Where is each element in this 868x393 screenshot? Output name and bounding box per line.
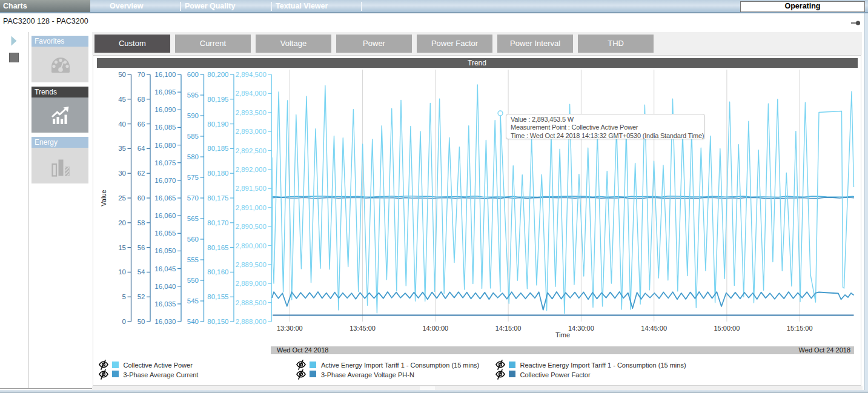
svg-text:14:15:00: 14:15:00 <box>495 325 522 332</box>
svg-text:2,888,500: 2,888,500 <box>236 299 267 306</box>
svg-text:54: 54 <box>137 268 145 276</box>
svg-text:2,894,500: 2,894,500 <box>236 71 267 78</box>
svg-text:580: 580 <box>187 153 199 160</box>
svg-text:80,165: 80,165 <box>207 244 228 251</box>
svg-text:16,050: 16,050 <box>154 247 176 254</box>
svg-text:10: 10 <box>118 268 126 276</box>
svg-text:13:45:00: 13:45:00 <box>350 325 376 332</box>
svg-text:80,155: 80,155 <box>207 293 228 300</box>
svg-text:13:30:00: 13:30:00 <box>277 325 303 332</box>
svg-text:560: 560 <box>187 236 199 243</box>
svg-text:45: 45 <box>118 96 126 103</box>
svg-text:2,893,500: 2,893,500 <box>236 109 267 116</box>
svg-text:58: 58 <box>137 219 145 226</box>
svg-text:60: 60 <box>137 194 145 202</box>
svg-text:80,150: 80,150 <box>207 318 228 325</box>
svg-text:80,175: 80,175 <box>207 194 228 202</box>
svg-text:52: 52 <box>137 293 145 300</box>
svg-text:80,160: 80,160 <box>207 268 228 276</box>
svg-text:40: 40 <box>118 121 126 128</box>
svg-text:16,045: 16,045 <box>154 265 176 272</box>
svg-text:540: 540 <box>187 318 199 325</box>
svg-text:66: 66 <box>137 121 145 128</box>
svg-text:16,030: 16,030 <box>154 318 176 325</box>
svg-text:35: 35 <box>118 145 126 152</box>
svg-text:16,065: 16,065 <box>154 194 176 202</box>
svg-text:2,891,500: 2,891,500 <box>236 185 267 192</box>
svg-text:595: 595 <box>187 91 199 99</box>
svg-text:2,889,500: 2,889,500 <box>236 261 267 268</box>
svg-text:2,893,000: 2,893,000 <box>236 128 267 135</box>
svg-text:2,888,000: 2,888,000 <box>236 318 267 325</box>
svg-text:2,892,500: 2,892,500 <box>236 147 267 154</box>
svg-text:14:00:00: 14:00:00 <box>422 325 448 332</box>
svg-text:Value: Value <box>100 190 107 206</box>
svg-text:80,190: 80,190 <box>207 121 228 128</box>
svg-text:16,055: 16,055 <box>154 230 176 237</box>
svg-text:80,170: 80,170 <box>207 219 228 226</box>
svg-text:16,070: 16,070 <box>154 177 176 184</box>
svg-text:Time: Time <box>555 331 570 339</box>
svg-text:0: 0 <box>122 318 126 325</box>
svg-text:550: 550 <box>187 277 199 284</box>
svg-text:25: 25 <box>118 194 126 202</box>
svg-text:565: 565 <box>187 215 199 222</box>
svg-text:555: 555 <box>187 256 199 263</box>
svg-text:16,035: 16,035 <box>154 300 176 308</box>
svg-text:2,891,000: 2,891,000 <box>236 204 267 211</box>
svg-text:575: 575 <box>187 174 199 181</box>
svg-text:16,040: 16,040 <box>154 283 176 290</box>
svg-text:16,060: 16,060 <box>154 212 176 219</box>
svg-text:62: 62 <box>137 170 145 177</box>
svg-text:5: 5 <box>122 293 126 300</box>
svg-text:545: 545 <box>187 297 199 305</box>
svg-text:570: 570 <box>187 194 199 202</box>
svg-text:50: 50 <box>137 318 145 325</box>
svg-text:16,085: 16,085 <box>154 124 176 131</box>
svg-text:80,200: 80,200 <box>207 71 228 78</box>
svg-text:2,890,500: 2,890,500 <box>236 223 267 230</box>
svg-text:585: 585 <box>187 133 199 140</box>
svg-text:16,095: 16,095 <box>154 88 176 96</box>
svg-text:20: 20 <box>118 219 126 226</box>
svg-text:16,075: 16,075 <box>154 159 176 167</box>
svg-text:80,195: 80,195 <box>207 96 228 103</box>
svg-text:2,894,000: 2,894,000 <box>236 90 267 97</box>
svg-text:30: 30 <box>118 170 126 177</box>
svg-text:2,892,000: 2,892,000 <box>236 166 267 173</box>
svg-text:50: 50 <box>118 71 126 78</box>
svg-text:600: 600 <box>187 71 199 78</box>
svg-text:16,080: 16,080 <box>154 142 176 149</box>
svg-text:80,185: 80,185 <box>207 145 228 152</box>
svg-text:70: 70 <box>137 71 145 78</box>
svg-text:2,889,000: 2,889,000 <box>236 280 267 287</box>
svg-text:15:00:00: 15:00:00 <box>714 325 740 332</box>
svg-text:64: 64 <box>137 145 145 152</box>
svg-text:14:30:00: 14:30:00 <box>568 325 594 332</box>
svg-text:590: 590 <box>187 112 199 119</box>
svg-text:16,090: 16,090 <box>154 106 176 113</box>
svg-text:15:15:00: 15:15:00 <box>787 325 813 332</box>
svg-text:56: 56 <box>137 244 145 251</box>
svg-text:80,180: 80,180 <box>207 170 228 177</box>
svg-text:2,890,000: 2,890,000 <box>236 242 267 249</box>
svg-text:68: 68 <box>137 96 145 103</box>
svg-text:16,100: 16,100 <box>154 71 176 78</box>
svg-text:15: 15 <box>118 244 126 251</box>
svg-text:14:45:00: 14:45:00 <box>641 325 667 332</box>
